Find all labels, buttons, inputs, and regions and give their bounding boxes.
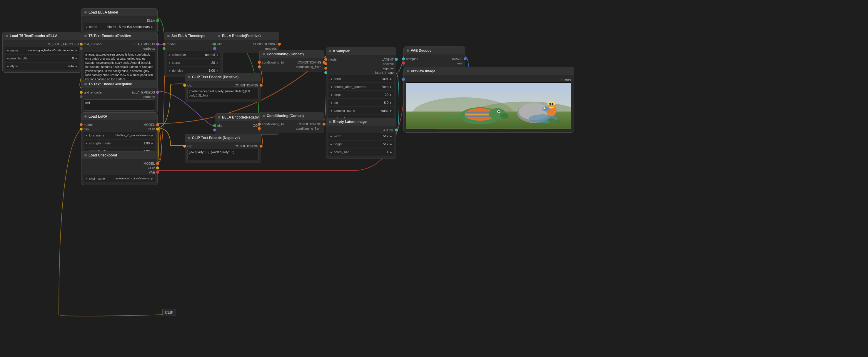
node-title-clip-neg: CLIP Text Encode (Negative): [192, 136, 240, 140]
node-status-dot: [6, 35, 8, 37]
port-out-image[interactable]: [464, 57, 467, 60]
port-in-clip[interactable]: [80, 128, 83, 130]
port-out-ella-embeds[interactable]: [156, 42, 159, 46]
field-t5-dtype[interactable]: ◄ dtype auto ►: [5, 63, 79, 70]
textarea-clip-pos[interactable]: (masterpiece),(best quality),(ultra-deta…: [187, 88, 258, 99]
node-preview-image: Preview Image images: [403, 67, 574, 132]
node-title-load-lora: Load LoRA: [89, 114, 107, 119]
port-in-vae[interactable]: [402, 62, 405, 65]
canvas: Load ELLA Model ELLA ◄ name ella-sd1.5-t…: [0, 0, 868, 357]
port-out-cond[interactable]: [260, 145, 262, 148]
field-ckpt-name[interactable]: ◄ ckpt_name revAnimated_v11.safetensors …: [84, 175, 155, 182]
textarea-t5-pos[interactable]: a large, textured green crocodile lying …: [84, 51, 155, 83]
port-in-embeds[interactable]: [213, 47, 216, 50]
node-status-dot: [84, 154, 87, 156]
port-out-cond[interactable]: [278, 42, 281, 46]
arrow-left[interactable]: ◄: [85, 25, 88, 29]
svg-point-13: [500, 113, 509, 119]
node-status-dot: [262, 115, 265, 117]
port-in-ella[interactable]: [213, 124, 216, 127]
node-title-load-ckpt: Load Checkpoint: [89, 153, 117, 157]
port-out-model[interactable]: [156, 162, 159, 165]
field-scheduler[interactable]: ◄ scheduler normal ►: [167, 51, 220, 58]
port-in-images[interactable]: [402, 78, 405, 81]
port-out-cond[interactable]: [260, 84, 262, 87]
port-in-text-encoder[interactable]: [80, 91, 83, 94]
preview-svg: [406, 82, 571, 129]
textarea-t5-neg[interactable]: text: [84, 99, 155, 111]
port-out-ella-embeds-neg[interactable]: [156, 91, 159, 94]
node-clip-text-encode-pos: CLIP Text Encode (Positive) clip CONDITI…: [185, 73, 261, 102]
port-in-model[interactable]: [324, 58, 327, 61]
svg-point-22: [552, 103, 553, 105]
node-header-load-lora: Load LoRA: [82, 113, 157, 120]
node-load-ella-model: Load ELLA Model ELLA ◄ name ella-sd1.5-t…: [81, 8, 158, 33]
port-in-model[interactable]: [163, 42, 165, 46]
port-out-cond[interactable]: [322, 123, 326, 125]
port-in-text-encoder[interactable]: [80, 42, 83, 46]
port-out-clip[interactable]: [156, 167, 159, 169]
node-status-dot: [329, 50, 331, 52]
field-height[interactable]: ◄ height 512 ►: [329, 141, 394, 148]
textarea-clip-neg[interactable]: (low quality:1.3), (worst quality:1.3): [187, 149, 258, 160]
node-title-vae: VAE Decode: [411, 49, 431, 53]
port-in-cond-to[interactable]: [258, 123, 261, 125]
field-value-name: ella-sd1.5-tsc-t5xl.safetensors: [105, 25, 151, 29]
node-status-dot: [188, 137, 190, 139]
node-status-dot: [407, 50, 409, 52]
port-in-model[interactable]: [80, 123, 83, 126]
node-status-dot: [329, 121, 331, 123]
field-k-steps[interactable]: ◄ steps 20 ►: [329, 91, 394, 98]
field-sampler-name[interactable]: ◄ sampler_name euler ►: [329, 107, 394, 114]
node-header-cond-neg: Conditioning (Concat): [260, 112, 324, 120]
port-label-t5: T5_TEXT_ENCODER: [47, 42, 79, 46]
field-t5-maxlen[interactable]: ◄ max_length 0 ►: [5, 55, 79, 62]
node-load-checkpoint: Load Checkpoint MODEL CLIP VAE ◄ ckpt_na…: [81, 151, 158, 185]
field-seed[interactable]: ◄ seed 1001 ►: [329, 75, 394, 82]
node-title-set-ella: Set ELLA Timesteps: [172, 34, 205, 38]
field-batch-size[interactable]: ◄ batch_size 1 ►: [329, 149, 394, 155]
port-in-samples[interactable]: [402, 57, 405, 60]
port-out-latent[interactable]: [395, 58, 398, 61]
field-cfg[interactable]: ◄ cfg 8.0 ►: [329, 99, 394, 106]
svg-point-25: [544, 107, 545, 108]
node-header-t5-pos: T5 Text Encode #Positive: [82, 32, 157, 40]
field-lora-name[interactable]: ◄ lora_name blindbox_v1_mix.safetensors …: [84, 132, 155, 139]
node-title-load-t5: Load T5 TextEncoder #ELLA: [10, 34, 57, 38]
port-in-clip[interactable]: [183, 145, 186, 148]
node-header-clip-neg: CLIP Text Encode (Negative): [185, 134, 261, 142]
field-steps[interactable]: ◄ steps 20 ►: [167, 59, 220, 66]
port-in-cond-from[interactable]: [258, 65, 261, 68]
port-out-clip[interactable]: [156, 128, 159, 130]
field-strength-model[interactable]: ◄ strength_model 1.00 ►: [84, 140, 155, 147]
node-title-empty-latent: Empty Latent Image: [333, 120, 367, 124]
node-status-dot: [84, 115, 87, 118]
port-in-latent[interactable]: [324, 71, 327, 74]
port-in-positive[interactable]: [324, 62, 327, 65]
port-in-clip[interactable]: [183, 84, 186, 87]
node-header-ella-pos: ELLA Encode(Positive): [215, 32, 279, 40]
port-in-embeds[interactable]: [213, 128, 216, 131]
node-status-dot: [84, 11, 87, 13]
port-out-vae[interactable]: [156, 171, 159, 174]
node-title-load-ella: Load ELLA Model: [89, 10, 118, 14]
port-in-ella[interactable]: [163, 47, 165, 50]
port-out-latent[interactable]: [395, 128, 398, 131]
port-in-cond-from[interactable]: [258, 127, 261, 130]
port-in-cond-to[interactable]: [258, 61, 261, 64]
port-in-ella[interactable]: [213, 42, 216, 46]
field-ella-name[interactable]: ◄ name ella-sd1.5-tsc-t5xl.safetensors ►: [84, 23, 155, 30]
port-out-ella[interactable]: [156, 19, 159, 22]
node-header-set-ella: Set ELLA Timesteps: [164, 32, 223, 40]
field-t5-name[interactable]: ◄ name models--google--flan-t5-xl-text-e…: [5, 47, 79, 54]
node-load-lora: Load LoRA model MODEL clip CLIP ◄ lora_n…: [81, 112, 158, 158]
field-width[interactable]: ◄ width 512 ►: [329, 132, 394, 140]
node-header-vae: VAE Decode: [404, 47, 465, 54]
port-in-negative[interactable]: [324, 67, 327, 70]
node-clip-text-encode-neg: CLIP Text Encode (Negative) clip CONDITI…: [185, 134, 261, 163]
field-control-after[interactable]: ◄ control_after_generate fixed ►: [329, 83, 394, 90]
node-header-cond-pos: Conditioning (Concat): [260, 50, 324, 58]
node-header-t5-neg: T5 Text Encode #Negative: [82, 80, 157, 88]
port-out-model[interactable]: [156, 123, 159, 126]
arrow-right[interactable]: ►: [151, 25, 154, 29]
